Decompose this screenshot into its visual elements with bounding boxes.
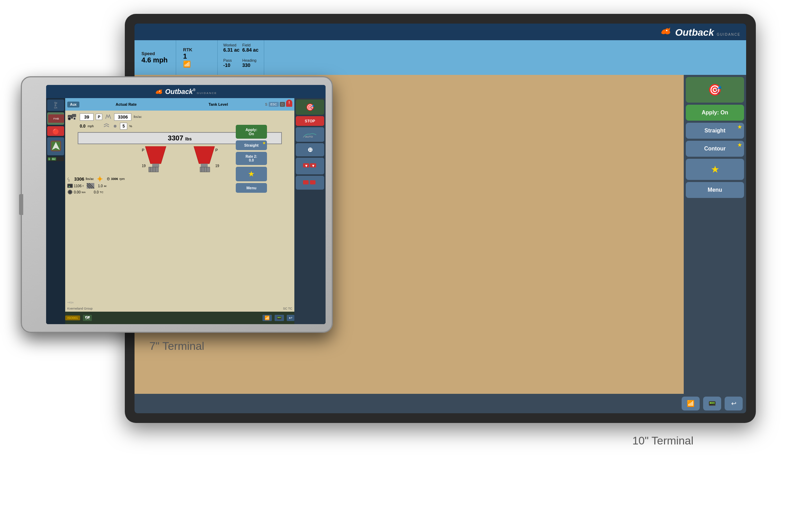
svg-point-0 [666, 30, 667, 31]
t10-apply-on-button[interactable]: Apply: On [686, 105, 744, 121]
svg-point-17 [74, 118, 76, 120]
gauge-icon [67, 183, 73, 189]
t10-speed-value: 4.6 mph [141, 56, 169, 64]
svg-text:⁄₁: ⁄₁ [67, 176, 70, 182]
t7-tab-bar: Aux Actual Rate Tank Level S ESC □ ✕ [65, 98, 294, 111]
t7-red-icon-btn[interactable]: 🔴 [47, 126, 64, 136]
t7-steering-btn[interactable]: 🎯 [296, 99, 324, 115]
ch2-tab[interactable]: AU [51, 157, 56, 161]
svg-rect-58 [310, 180, 316, 184]
t7-speed-unit: mph [88, 124, 94, 128]
svg-text:19: 19 [215, 164, 219, 168]
terminal-10-label: 10" Terminal [632, 434, 693, 447]
t7-nav-btn[interactable] [47, 137, 64, 155]
t7-map-btn[interactable]: 🗺 [83, 315, 92, 321]
outback-guidance-label-7: GUIDANCE [197, 92, 217, 95]
svg-rect-22 [152, 164, 159, 167]
t7-tank-level-box: 3306 [114, 113, 131, 121]
svg-point-38 [98, 177, 101, 180]
svg-text:▼: ▼ [311, 164, 315, 168]
t10-star-button[interactable]: ★ [686, 159, 744, 180]
ch1-tab[interactable]: 1 [48, 157, 51, 161]
terminal-7-screen: Outback® GUIDANCE Sp8-Ch FHB 🔴 [46, 85, 326, 324]
t7-left-panel: Sp8-Ch FHB 🔴 1 AU [46, 98, 65, 324]
outback-guidance-label-10: GUIDANCE [717, 33, 741, 36]
t7-tank-level-tab[interactable]: Tank Level [173, 102, 264, 106]
connector-bump [19, 194, 23, 215]
small-rate-icons [302, 179, 318, 186]
t10-pass-label: Pass [223, 58, 240, 62]
t7-fhb-btn[interactable]: FHB [47, 112, 64, 125]
t10-back-button[interactable]: ↩ [725, 397, 743, 410]
weight-icon [67, 189, 73, 195]
t7-ac-label: ac [104, 184, 106, 188]
t7-ac-tc-label: TC [100, 191, 104, 194]
t7-wifi-btn[interactable]: 📶 [262, 315, 272, 321]
t10-straight-button[interactable]: ★ Straight [686, 123, 744, 139]
t7-speed-btn[interactable]: Sp8-Ch [47, 99, 64, 111]
t7-overlay-rate2-btn[interactable]: Rate 2:0.0 [236, 152, 267, 165]
t10-device-button[interactable]: 📟 [703, 397, 721, 410]
back-icon-10: ↩ [731, 400, 736, 407]
t7-minus-btn[interactable]: ▼ ▼ [296, 158, 324, 174]
t7-val-0-00: 0.00 [74, 190, 80, 194]
hatch-icon [87, 183, 94, 189]
dot-icon [112, 123, 118, 129]
t7-rate-value-box: 39 [80, 113, 94, 121]
svg-text:⟋AUTO: ⟋AUTO [302, 135, 313, 138]
t10-menu-label: Menu [708, 187, 722, 193]
t7-actual-rate-tab[interactable]: Actual Rate [81, 102, 172, 106]
t7-undo-btn[interactable]: ↩ [287, 315, 294, 321]
t7-circle-btn[interactable]: ⊕ [296, 143, 324, 156]
t7-minimize-btn[interactable]: □ [280, 102, 285, 107]
straight-star-7: ★ [262, 141, 266, 145]
t7-iso001-btn[interactable]: ISO001 [65, 315, 80, 320]
t7-device-btn[interactable]: 📟 [275, 315, 284, 321]
t10-steering-button[interactable]: 🎯 [686, 77, 744, 103]
t7-company-footer: Kverneland Group SC TC [67, 307, 292, 310]
t7-percent-unit: % [129, 124, 132, 128]
t7-stop-btn[interactable]: STOP [296, 116, 324, 126]
t10-field-value: 6.84 ac [242, 47, 259, 53]
svg-point-20 [114, 125, 116, 128]
t7-small-icons-btn[interactable] [296, 176, 324, 190]
t7-top-rate-row: 39 P 3306 lbs/ac [67, 113, 292, 121]
t10-field-label: Field [242, 43, 259, 47]
t7-height-marker: +41n [67, 301, 74, 304]
sun-icon [97, 176, 103, 182]
rate-slash-icon: ⁄₁ [67, 176, 73, 182]
outback-fox-icon-10 [660, 26, 672, 36]
t10-stats-grid: Worked 6.31 ac Field 6.84 ac Pass -10 He… [218, 40, 264, 75]
t10-info-bar: Speed 4.6 mph RTK 1 📶 Worked 6.31 ac Fie… [135, 40, 746, 75]
t10-menu-button[interactable]: Menu [686, 182, 744, 198]
t7-overlay-star-btn[interactable]: ★ [236, 167, 267, 181]
t10-right-panel: 🎯 Apply: On ★ Straight ★ Contour ★ [684, 75, 746, 394]
t10-wifi-button[interactable]: 📶 [682, 397, 700, 410]
t10-heading-label: Heading [242, 58, 259, 62]
t10-speed-label: Speed [141, 51, 169, 56]
svg-text:19: 19 [142, 164, 146, 168]
t7-overlay-menu-btn[interactable]: Menu [236, 183, 267, 193]
rate-arrows-icon [103, 122, 110, 130]
t7-tabs-row: 1 AU [47, 157, 64, 161]
t7-s-indicator: S [265, 103, 267, 106]
t10-rtk-value: 1 [183, 52, 210, 60]
t7-spray-btn[interactable]: ⟋AUTO [296, 127, 324, 142]
rate-up-icon [104, 113, 112, 121]
t7-aux-tab[interactable]: Aux [67, 102, 79, 107]
nav-icon [49, 139, 62, 153]
t10-field-cell: Field 6.84 ac [241, 42, 260, 58]
t7-p-indicator: P [96, 114, 102, 120]
t10-contour-button[interactable]: ★ Contour [686, 141, 744, 157]
svg-rect-18 [72, 114, 76, 117]
t7-weight-col: 0.00 ton [67, 189, 86, 195]
t7-overlay-apply-btn[interactable]: Apply:On [236, 125, 267, 139]
fhb-icon: FHB [48, 114, 64, 123]
t7-lbs-ac-unit: lbs/ac [86, 177, 94, 181]
t10-apply-on-label: Apply: On [702, 110, 728, 115]
t10-rtk-section: RTK 1 📶 [176, 40, 218, 75]
t7-esc-btn[interactable]: ESC [269, 102, 279, 107]
t7-overlay-straight-btn[interactable]: ★ Straight [236, 140, 267, 150]
t7-data-col1: 1106 f [67, 183, 83, 189]
svg-point-51 [69, 191, 71, 193]
